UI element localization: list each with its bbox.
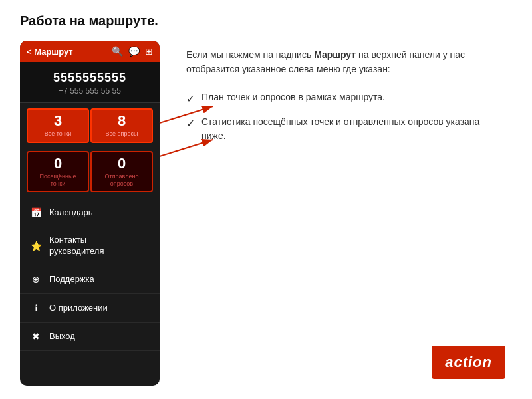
search-icon[interactable]: 🔍 — [112, 46, 123, 57]
content-row: < Маршрут 🔍 💬 ⊞ 5555555555 +7 555 555 55… — [20, 41, 512, 386]
stat-sent-surveys-number: 0 — [97, 156, 146, 171]
stat-visited-points-number: 0 — [33, 156, 82, 171]
action-logo-container: action — [186, 339, 505, 379]
menu-label-logout: Выход — [49, 331, 75, 342]
checkmark-2: ✓ — [186, 116, 195, 132]
info-icon: ℹ — [29, 301, 43, 315]
stat-sent-surveys: 0 Отправлено опросов — [90, 151, 153, 193]
stat-all-surveys-number: 8 — [97, 114, 146, 128]
check-text-2: Статистика посещённых точек и отправленн… — [201, 115, 505, 143]
page-title: Работа на маршруте. — [20, 13, 512, 29]
menu-item-about[interactable]: ℹ О приложении — [20, 294, 160, 323]
stat-all-points: 3 Все точки — [27, 108, 89, 143]
menu-item-contacts[interactable]: ⭐ Контактыруководителя — [20, 227, 160, 265]
description-panel: Если мы нажмем на надпись Маршрут на вер… — [173, 41, 512, 386]
phone-number-main: 5555555555 — [27, 71, 153, 85]
chat-icon[interactable]: 💬 — [128, 46, 140, 57]
stat-visited-points: 0 Посещённые точки — [27, 151, 89, 193]
check-item-2: ✓ Статистика посещённых точек и отправле… — [186, 115, 505, 143]
stat-all-points-number: 3 — [33, 114, 82, 128]
menu-item-logout[interactable]: ✖ Выход — [20, 323, 160, 351]
stat-visited-points-label: Посещённые точки — [33, 173, 82, 188]
header-icons: 🔍 💬 ⊞ — [112, 46, 153, 57]
menu-label-calendar: Календарь — [49, 207, 93, 219]
contacts-icon: ⭐ — [29, 239, 43, 253]
action-logo: action — [432, 346, 505, 379]
checkmark-1: ✓ — [186, 91, 195, 107]
check-list: ✓ План точек и опросов в рамках маршрута… — [186, 90, 505, 151]
menu-item-support[interactable]: ⊕ Поддержка — [20, 265, 160, 294]
back-label: < Маршрут — [27, 47, 73, 57]
phone-number-sub: +7 555 555 55 55 — [27, 86, 153, 96]
description-intro: Если мы нажмем на надпись Маршрут на вер… — [186, 47, 505, 77]
stat-sent-surveys-label: Отправлено опросов — [97, 173, 146, 188]
menu-label-support: Поддержка — [49, 274, 94, 285]
support-icon: ⊕ — [29, 273, 43, 286]
phone-header: < Маршрут 🔍 💬 ⊞ — [20, 41, 160, 62]
stat-all-surveys-label: Все опросы — [97, 130, 146, 138]
back-button[interactable]: < Маршрут — [27, 47, 73, 57]
calendar-icon: 📅 — [29, 206, 43, 219]
menu-label-about: О приложении — [49, 303, 108, 314]
stats-top-grid: 3 Все точки 8 Все опросы — [27, 108, 153, 143]
stats-bottom-grid: 0 Посещённые точки 0 Отправлено опросов — [27, 151, 153, 193]
check-text-1: План точек и опросов в рамках маршрута. — [201, 90, 385, 104]
menu-label-contacts: Контактыруководителя — [49, 235, 104, 257]
grid-icon[interactable]: ⊞ — [145, 46, 153, 57]
phone-mockup: < Маршрут 🔍 💬 ⊞ 5555555555 +7 555 555 55… — [20, 41, 160, 386]
stat-all-surveys: 8 Все опросы — [90, 108, 153, 143]
menu-item-calendar[interactable]: 📅 Календарь — [20, 199, 160, 227]
user-section: 5555555555 +7 555 555 55 55 — [20, 62, 160, 103]
page-container: Работа на маршруте. < Маршрут 🔍 💬 ⊞ 5555… — [0, 0, 532, 399]
stat-all-points-label: Все точки — [33, 130, 82, 138]
check-item-1: ✓ План точек и опросов в рамках маршрута… — [186, 90, 505, 107]
logout-icon: ✖ — [29, 330, 43, 343]
